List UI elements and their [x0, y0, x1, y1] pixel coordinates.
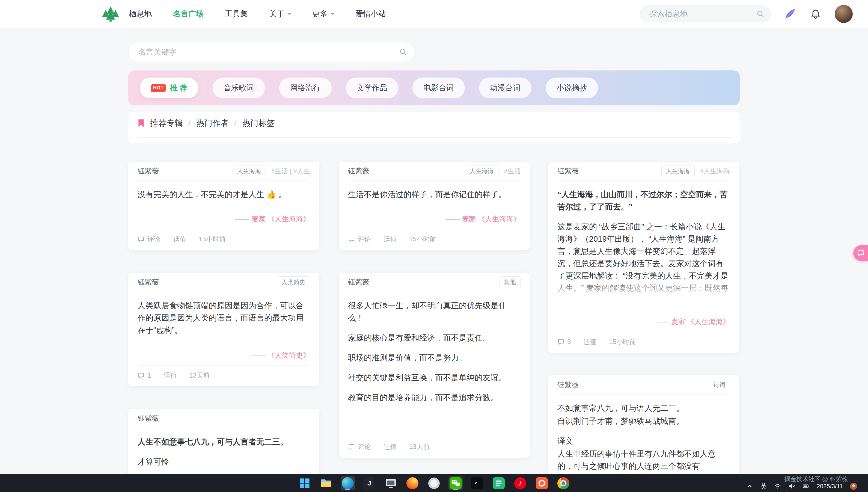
quote-card: 钰紫薇 人生海海 #生活 生活不是你活过的样子，而是你记住的样子。 —— 麦家 … — [339, 162, 530, 250]
tray-date[interactable]: 2025/3/11 — [817, 483, 843, 490]
card-tags[interactable]: #生活 | #人生 — [271, 167, 310, 176]
album-badge[interactable]: 人生海海 — [233, 165, 266, 177]
nav-item-love[interactable]: 爱情小站 — [355, 9, 386, 19]
screen-capture-icon[interactable] — [384, 476, 398, 490]
category-literature[interactable]: 文学作品 — [346, 77, 398, 98]
quote-source-link[interactable]: 麦家 《人生海海》 — [462, 215, 520, 223]
like-button[interactable]: 迋值 — [163, 371, 177, 380]
quote-source-link[interactable]: 麦家 《人生海海》 — [251, 215, 310, 223]
card-author[interactable]: 钰紫薇 — [137, 414, 159, 423]
chrome-icon[interactable] — [556, 476, 570, 490]
album-badge[interactable]: 诗词 — [709, 379, 730, 391]
nav-item-more[interactable]: 更多 — [312, 9, 334, 19]
nav-item-home[interactable]: 栖息地 — [129, 9, 152, 19]
comment-button[interactable]: 评论 — [348, 442, 371, 451]
quote-plaza-page: 栖息地 名言广场 工具集 关于 更多 爱情小站 — [0, 0, 868, 492]
quote-text: 不如意事常八九，可与语人无二三。 — [557, 402, 730, 415]
card-author[interactable]: 钰紫薇 — [137, 277, 159, 287]
nav-item-about[interactable]: 关于 — [269, 9, 291, 19]
attribution-dash: —— — [655, 318, 669, 326]
orange-app-icon[interactable] — [535, 476, 549, 490]
category-anime-lines[interactable]: 动漫台词 — [479, 77, 532, 98]
chevron-down-icon — [331, 14, 334, 17]
gray-browser-icon[interactable] — [427, 476, 441, 490]
comment-button[interactable]: 评论 — [348, 235, 371, 244]
like-button[interactable]: 迋值 — [583, 338, 596, 346]
volume-mute-icon[interactable] — [788, 483, 795, 490]
wechat-icon[interactable] — [449, 476, 463, 490]
album-badge[interactable]: 人类简史 — [277, 276, 310, 288]
dark-ide-icon[interactable]: J — [362, 476, 376, 490]
battery-icon[interactable] — [802, 483, 810, 490]
category-internet-popular[interactable]: 网络流行 — [279, 77, 332, 98]
timestamp: 13天前 — [189, 371, 210, 380]
card-footer: 评论 迋值 15小时前 — [348, 229, 520, 244]
firefox-icon[interactable] — [405, 476, 419, 490]
like-button[interactable]: 迋值 — [383, 235, 397, 244]
attribution-dash: —— — [446, 215, 460, 223]
nav-item-about-label: 关于 — [269, 9, 284, 19]
tray-user-badge-icon[interactable] — [850, 483, 857, 490]
attribution-dash: —— — [251, 351, 265, 359]
album-badge[interactable]: 其他 — [499, 276, 520, 288]
album-badge[interactable]: 人生海海 — [465, 165, 499, 177]
card-author[interactable]: 钰紫薇 — [557, 380, 579, 390]
site-search-input[interactable] — [640, 5, 771, 22]
card-author[interactable]: 钰紫薇 — [137, 166, 159, 176]
floating-contact-button[interactable] — [853, 245, 868, 261]
quote-attribution: —— 麦家 《人生海海》 — [557, 314, 730, 332]
edge-browser-icon[interactable] — [341, 476, 355, 490]
like-button[interactable]: 迋值 — [173, 235, 186, 244]
user-avatar[interactable] — [835, 5, 853, 23]
quote-description: 这是麦家的 “故乡三部曲” 之一：长篇小说《人生海海》（2019年出版）， “人… — [557, 221, 730, 298]
top-navbar: 栖息地 名言广场 工具集 关于 更多 爱情小站 — [0, 0, 868, 28]
tray-language-indicator[interactable]: 英 — [761, 482, 767, 491]
comment-icon — [557, 338, 564, 345]
green-notes-icon[interactable] — [492, 476, 506, 490]
site-logo[interactable] — [102, 6, 120, 22]
card-footer: 评论 迋值 13天前 — [348, 437, 520, 451]
file-explorer-icon[interactable] — [319, 476, 333, 490]
quote-text: 很多人忙碌一生，却不明白真正的优先级是什么！ — [348, 299, 520, 324]
nav-item-quotes[interactable]: 名言广场 — [173, 9, 204, 19]
link-hot-authors[interactable]: 热门作者 — [196, 118, 229, 129]
timestamp: 15小时前 — [609, 338, 636, 346]
category-recommended[interactable]: HOT 推 荐 — [140, 77, 199, 98]
comment-label: 评论 — [147, 235, 160, 244]
link-recommended-albums[interactable]: 推荐专辑 — [150, 118, 183, 129]
like-button[interactable]: 迋值 — [383, 442, 397, 451]
category-movie-lines[interactable]: 电影台词 — [412, 77, 465, 98]
search-icon[interactable] — [756, 9, 765, 18]
link-hot-tags[interactable]: 热门标签 — [242, 118, 275, 129]
card-header: 钰紫薇 其他 — [348, 273, 520, 292]
comment-count: 1 — [147, 372, 151, 379]
quote-source-link[interactable]: 《人类简史》 — [267, 351, 310, 359]
watermark-text: 掘金技术社区 @ 钰紫薇 — [784, 475, 848, 483]
comment-button[interactable]: 评论 — [137, 235, 160, 244]
album-badge[interactable]: 人生海海 — [661, 165, 695, 177]
card-author[interactable]: 钰紫薇 — [348, 166, 369, 176]
quote-text: 家庭的核心是有爱和经济，而不是责任。 — [348, 332, 520, 344]
search-icon[interactable] — [399, 47, 408, 56]
comment-button[interactable]: 1 — [137, 372, 151, 379]
netease-music-icon[interactable]: ♪ — [513, 476, 527, 490]
quote-keyword-input[interactable] — [128, 42, 415, 62]
category-novel-excerpts[interactable]: 小说摘抄 — [546, 77, 598, 98]
card-author[interactable]: 钰紫薇 — [348, 277, 369, 287]
card-tags[interactable]: #人生海海 — [700, 167, 730, 176]
comment-button[interactable]: 3 — [557, 338, 571, 346]
terminal-icon[interactable]: >_ — [470, 476, 484, 490]
compose-button[interactable] — [783, 7, 796, 21]
quote-text: 职场的准则是价值，而不是努力。 — [348, 352, 520, 364]
wifi-icon[interactable] — [774, 483, 781, 490]
card-tags[interactable]: #生活 — [504, 167, 520, 176]
nav-item-tools[interactable]: 工具集 — [225, 9, 248, 19]
card-author[interactable]: 钰紫薇 — [557, 166, 579, 176]
category-music-lyrics[interactable]: 音乐歌词 — [213, 77, 265, 98]
windows-start-icon[interactable] — [298, 476, 312, 490]
notifications-button[interactable] — [809, 7, 822, 21]
quote-source-link[interactable]: 麦家 《人生海海》 — [671, 318, 730, 326]
tray-chevron-up-icon[interactable] — [746, 483, 754, 490]
separator: / — [188, 119, 190, 128]
quote-text: 自识荆门子才甫，梦驰铁马战城南。 — [557, 415, 730, 427]
